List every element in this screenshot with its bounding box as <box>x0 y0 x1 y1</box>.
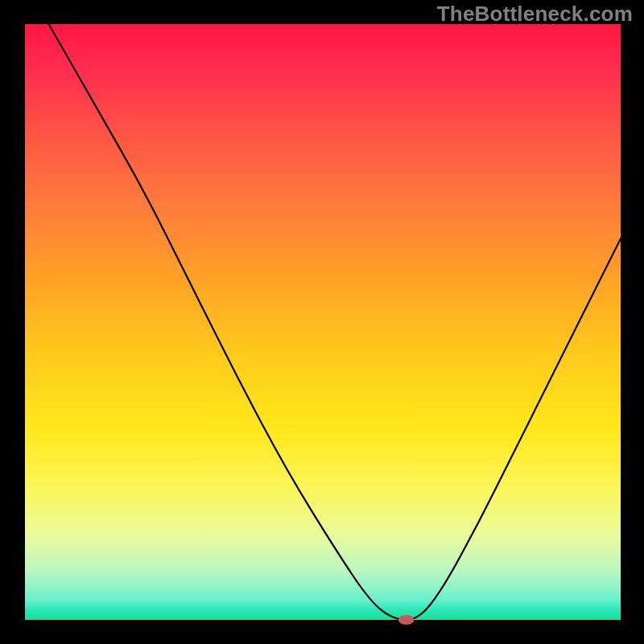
selected-point-marker <box>398 615 415 625</box>
chart-frame: TheBottleneck.com <box>0 0 644 644</box>
bottleneck-chart <box>0 0 644 644</box>
watermark-text: TheBottleneck.com <box>437 2 633 27</box>
